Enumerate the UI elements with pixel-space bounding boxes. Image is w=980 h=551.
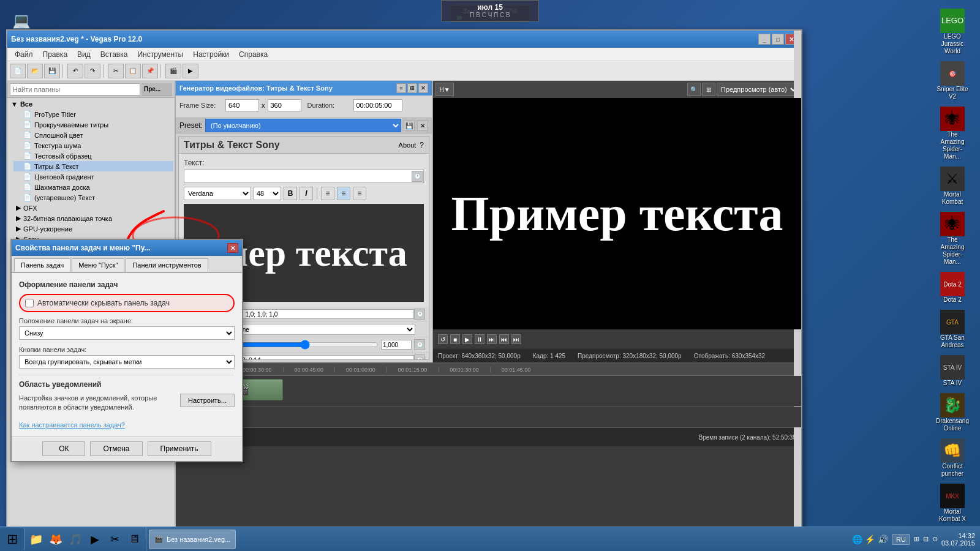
tb-render[interactable]: 🎬 [165, 64, 181, 78]
menu-edit[interactable]: Правка [38, 49, 73, 60]
italic-btn[interactable]: I [300, 187, 313, 200]
tree-root[interactable]: ▼ Все [9, 99, 173, 109]
start-button[interactable]: ⊞ [0, 528, 24, 550]
param-none-select[interactable]: None [232, 324, 415, 335]
menu-settings[interactable]: Настройки [188, 49, 234, 60]
icon-spider1[interactable]: 🕷 The Amazing Spider-Man... [933, 104, 973, 163]
tb-new[interactable]: 📄 [10, 64, 26, 78]
zoom-in-btn[interactable]: ⊞ [702, 83, 715, 96]
apply-btn[interactable]: Применить [148, 441, 211, 456]
taskbar-icon-media[interactable]: 🎵 [66, 530, 85, 549]
param-slider-value[interactable] [381, 340, 412, 350]
menu-insert[interactable]: Вставка [96, 49, 133, 60]
param-clock-3[interactable]: 🕐 [414, 354, 425, 359]
duration-input[interactable] [353, 99, 402, 111]
play-btn[interactable]: ▶ [462, 334, 472, 344]
tree-group-32bit[interactable]: ▶ 32-битная плавающая точка [13, 213, 173, 223]
next-frame-btn[interactable]: ⏭ [511, 334, 521, 344]
font-dropdown[interactable]: Verdana [184, 187, 251, 200]
tree-group-ofx[interactable]: ▶ OFX [13, 203, 173, 213]
taskbar-icon-monitor[interactable]: 🖥 [125, 530, 143, 549]
sony-help-btn[interactable]: ? [420, 141, 424, 149]
tree-item-titles[interactable]: 📄 Титры & Текст [13, 161, 173, 171]
icon-conflict[interactable]: 👊 Conflict puncher [933, 436, 973, 480]
tb-cut[interactable]: ✂ [108, 64, 124, 78]
tree-item-legacy[interactable]: 📄 (устаревшее) Текст [13, 192, 173, 203]
taskbar-icon-browser[interactable]: 🦊 [47, 530, 65, 549]
tb-save[interactable]: 💾 [44, 64, 60, 78]
icon-mortal-x[interactable]: MKX Mortal Kombat X [933, 481, 973, 525]
taskbar-icon-play[interactable]: ▶ [86, 530, 104, 549]
fast-forward-btn[interactable]: ⏭ [487, 334, 497, 344]
font-size-dropdown[interactable]: 48 [254, 187, 281, 200]
menu-view[interactable]: Вид [72, 49, 96, 60]
preview-quality-select[interactable]: Предпросмотр (авто) [717, 83, 799, 96]
taskbar-app-vegas[interactable]: 🎬 Без названия2.veg... [149, 530, 236, 549]
taskbar-battery-icon[interactable]: ⚡ [865, 534, 875, 544]
dialog-tab-start[interactable]: Меню "Пуск" [72, 258, 124, 272]
dialog-tab-taskbar[interactable]: Панель задач [14, 258, 70, 272]
configure-btn[interactable]: Настроить... [180, 394, 235, 407]
dialog-tab-toolbars[interactable]: Панели инструментов [126, 258, 208, 272]
tree-group-gpu[interactable]: ▶ GPU-ускорение [13, 223, 173, 234]
tb-undo[interactable]: ↶ [67, 64, 83, 78]
align-center-btn[interactable]: ≡ [337, 187, 350, 200]
tree-item-chess[interactable]: 📄 Шахматная доска [13, 182, 173, 192]
minimize-button[interactable]: _ [758, 34, 771, 45]
autohide-checkbox[interactable] [25, 299, 34, 307]
tree-item-protype[interactable]: 📄 ProType Titler [13, 109, 173, 119]
preset-save-btn[interactable]: 💾 [404, 120, 415, 131]
tree-item-scroll[interactable]: 📄 Прокручиваемые титры [13, 119, 173, 130]
tb-play[interactable]: ▶ [183, 64, 198, 78]
taskbar-icon-folder[interactable]: 📁 [27, 530, 45, 549]
tb-open[interactable]: 📂 [27, 64, 43, 78]
text-input[interactable] [184, 170, 424, 183]
menu-file[interactable]: Файл [10, 49, 38, 60]
icon-drakensang[interactable]: 🐉 Drakensang Online [933, 391, 973, 435]
bold-btn[interactable]: B [284, 187, 297, 200]
prev-frame-btn[interactable]: ⏮ [499, 334, 509, 344]
menu-tools[interactable]: Инструменты [132, 49, 188, 60]
align-right-btn[interactable]: ≡ [353, 187, 366, 200]
taskbar-volume-icon[interactable]: 🔊 [878, 534, 888, 544]
tb-paste[interactable]: 📌 [142, 64, 158, 78]
icon-mortal1[interactable]: ⚔ Mortal Kombat [933, 164, 973, 208]
icon-spider2[interactable]: 🕷 The Amazing Spider-Man... [933, 209, 973, 268]
icon-gta-san[interactable]: GTA GTA San Andreas [933, 307, 973, 351]
text-clock-btn[interactable]: 🕐 [412, 171, 423, 182]
language-indicator[interactable]: RU [892, 534, 910, 545]
param-slider[interactable] [232, 340, 379, 350]
stop-btn[interactable]: ■ [450, 334, 460, 344]
buttons-dropdown[interactable]: Всегда группировать, скрывать метки [19, 355, 235, 369]
zoom-out-btn[interactable]: 🔍 [687, 83, 701, 96]
icon-lego[interactable]: LEGO LEGO Jurassic World [933, 6, 973, 58]
gen-close-btn[interactable]: ✕ [418, 83, 428, 93]
frame-height-input[interactable] [268, 99, 301, 111]
frame-width-input[interactable] [225, 99, 259, 111]
param-clock-2[interactable]: 🕐 [414, 339, 425, 350]
position-dropdown[interactable]: Снизу Сверху Слева Справа [19, 326, 235, 340]
tree-item-noise[interactable]: 📄 Текстура шума [13, 140, 173, 151]
ok-btn[interactable]: ОК [42, 441, 85, 456]
tree-item-test[interactable]: 📄 Тестовый образец [13, 151, 173, 161]
param-clock-1[interactable]: 🕐 [414, 309, 425, 320]
tb-copy[interactable]: 📋 [125, 64, 141, 78]
loop-btn[interactable]: ↺ [438, 334, 448, 344]
preset-dropdown[interactable]: (По умолчанию) [205, 119, 401, 132]
icon-sta4[interactable]: STA IV STA IV [933, 353, 973, 389]
preset-close-btn[interactable]: ✕ [417, 120, 428, 131]
dialog-close-btn[interactable]: ✕ [227, 243, 238, 253]
pause-btn[interactable]: ⏸ [475, 334, 484, 344]
gen-dock-btn[interactable]: ⊞ [407, 83, 417, 93]
menu-help[interactable]: Справка [234, 49, 273, 60]
about-btn[interactable]: About [399, 141, 417, 149]
tree-item-gradient[interactable]: 📄 Цветовой градиент [13, 171, 173, 182]
align-left-btn[interactable]: ≡ [321, 187, 334, 200]
cancel-btn[interactable]: Отмена [90, 441, 142, 456]
help-link[interactable]: Как настраивается панель задач? [19, 421, 235, 429]
tree-item-solid[interactable]: 📄 Сплошной цвет [13, 130, 173, 140]
icon-dota2[interactable]: Dota 2 Dota 2 [933, 269, 973, 306]
tb-redo[interactable]: ↷ [85, 64, 100, 78]
icon-sniper[interactable]: 🎯 Sniper Elite V2 [933, 59, 973, 103]
search-plugins-input[interactable] [10, 83, 140, 96]
